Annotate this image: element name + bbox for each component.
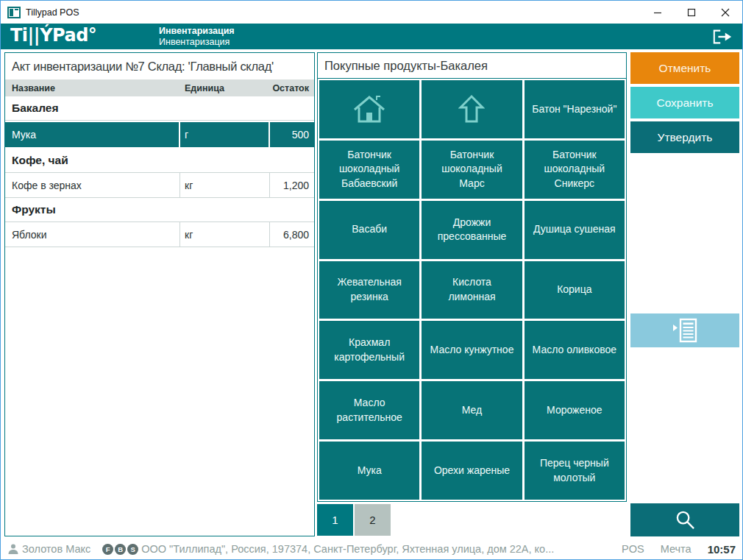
- product-button[interactable]: Батончик шоколадный Бабаевский: [319, 141, 419, 199]
- app-window: Tillypad POS Ti||ÝPad° Инвентаризация Ин…: [0, 0, 743, 560]
- catalog-panel: Покупные продукты-Бакалея Батон "Нарезно: [317, 52, 627, 536]
- product-button[interactable]: Масло кунжутное: [422, 321, 522, 379]
- up-level-button[interactable]: [422, 80, 522, 138]
- product-button[interactable]: Орехи жареные: [422, 442, 522, 500]
- station-name: Мечта: [661, 543, 692, 555]
- status-bar: Золотов Макс F B S ООО "Тиллипад", Росси…: [1, 539, 742, 559]
- app-header: Ti||ÝPad° Инвентаризация Инвентаризация: [1, 24, 742, 49]
- save-button[interactable]: Сохранить: [630, 87, 739, 118]
- product-button[interactable]: Крахмал картофельный: [319, 321, 419, 379]
- inventory-act-panel: Акт инвентаризации №7 Склад: 'Главный ск…: [4, 52, 315, 536]
- company-address: ООО "Тиллипад", Россия, 197374, Санкт-Пе…: [141, 543, 614, 555]
- product-button[interactable]: Дрожжи прессованные: [422, 201, 522, 259]
- logout-button[interactable]: [712, 28, 733, 46]
- tillypad-logo: Ti||ÝPad°: [10, 26, 96, 46]
- close-icon: [721, 8, 730, 17]
- product-button[interactable]: Кислота лимонная: [422, 261, 522, 319]
- inventory-act-title: Акт инвентаризации №7 Склад: 'Главный ск…: [5, 53, 314, 79]
- item-unit: кг: [180, 222, 270, 247]
- product-button[interactable]: Масло оливковое: [525, 321, 625, 379]
- current-user: Золотов Макс: [7, 543, 90, 555]
- item-name: Яблоки: [5, 222, 180, 247]
- badge-s-icon: S: [127, 544, 138, 555]
- home-button[interactable]: [319, 80, 419, 138]
- window-title: Tillypad POS: [26, 7, 79, 18]
- product-button[interactable]: Васаби: [319, 201, 419, 259]
- page-button-2[interactable]: 2: [355, 504, 391, 536]
- document-view-button[interactable]: [630, 313, 739, 347]
- app-icon: [7, 7, 21, 18]
- product-button[interactable]: Батончик шоколадный Марс: [422, 141, 522, 199]
- table-row[interactable]: Кофе в зернах кг 1,200: [5, 173, 314, 198]
- item-qty: 1,200: [270, 173, 314, 197]
- item-qty: 6,800: [270, 222, 314, 247]
- product-button[interactable]: Душица сушеная: [525, 201, 625, 259]
- titlebar: Tillypad POS: [1, 1, 742, 24]
- minimize-icon: [653, 8, 662, 17]
- product-button[interactable]: Мука: [319, 442, 419, 500]
- column-header-unit: Единица: [180, 83, 270, 93]
- document-list-icon: [671, 318, 699, 343]
- home-icon: [352, 94, 386, 124]
- catalog-grid: Батон "Нарезной" Батончик шоколадный Баб…: [317, 79, 627, 502]
- product-button[interactable]: Мороженое: [525, 381, 625, 439]
- product-button[interactable]: Батончик шоколадный Сникерс: [525, 141, 625, 199]
- user-icon: [7, 543, 19, 555]
- user-name: Золотов Макс: [22, 543, 90, 555]
- maximize-button[interactable]: [675, 1, 708, 24]
- product-button[interactable]: Жевательная резинка: [319, 261, 419, 319]
- product-button[interactable]: Перец черный молотый: [525, 442, 625, 500]
- item-name: Кофе в зернах: [5, 173, 180, 197]
- group-row-kofe-chai[interactable]: Кофе, чай: [5, 149, 314, 173]
- breadcrumb-module: Инвентаризация: [159, 26, 235, 37]
- pos-mode-label: POS: [622, 543, 644, 555]
- badge-f-icon: F: [102, 544, 113, 555]
- product-button[interactable]: Батон "Нарезной": [525, 80, 625, 138]
- search-button[interactable]: [630, 503, 739, 536]
- item-unit: г: [180, 122, 270, 147]
- item-unit: кг: [180, 173, 270, 197]
- search-icon: [675, 510, 695, 530]
- item-qty: 500: [270, 122, 314, 147]
- main-area: Акт инвентаризации №7 Склад: 'Главный ск…: [1, 49, 742, 539]
- page-button-1[interactable]: 1: [317, 504, 353, 536]
- badge-b-icon: B: [115, 544, 126, 555]
- product-button[interactable]: Масло растительное: [319, 381, 419, 439]
- close-button[interactable]: [708, 1, 742, 24]
- product-button[interactable]: Мед: [422, 381, 522, 439]
- catalog-title: Покупные продукты-Бакалея: [317, 52, 627, 79]
- maximize-icon: [687, 8, 696, 17]
- clock: 10:57: [708, 543, 736, 556]
- approve-button[interactable]: Утвердить: [630, 121, 739, 153]
- breadcrumb: Инвентаризация Инвентаризация: [159, 26, 235, 48]
- catalog-pagination: 1 2: [317, 504, 627, 536]
- logout-icon: [712, 28, 733, 46]
- item-name: Мука: [5, 122, 180, 147]
- minimize-button[interactable]: [641, 1, 675, 24]
- column-header-name: Название: [5, 83, 180, 93]
- group-row-frukty[interactable]: Фрукты: [5, 198, 314, 222]
- breadcrumb-screen: Инвентаризация: [159, 37, 235, 48]
- table-row[interactable]: Яблоки кг 6,800: [5, 222, 314, 247]
- arrow-up-icon: [458, 94, 485, 124]
- status-badges: F B S: [102, 544, 138, 555]
- column-header-qty: Остаток: [270, 83, 314, 93]
- table-header: Название Единица Остаток: [5, 79, 314, 96]
- cancel-button[interactable]: Отменить: [630, 52, 739, 84]
- product-button[interactable]: Корица: [525, 261, 625, 319]
- table-row-selected[interactable]: Мука г 500: [5, 121, 314, 149]
- window-controls: [641, 1, 742, 24]
- group-row-bakaleya[interactable]: Бакалея: [5, 96, 314, 121]
